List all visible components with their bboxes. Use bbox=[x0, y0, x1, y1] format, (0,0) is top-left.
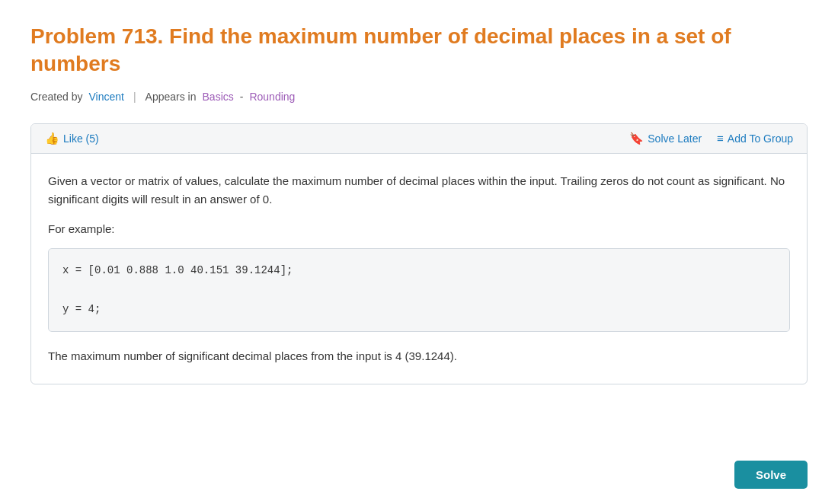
meta-row: Created by Vincent | Appears in Basics -… bbox=[30, 89, 808, 105]
page-container: Problem 713. Find the maximum number of … bbox=[0, 0, 838, 445]
solve-later-label: Solve Later bbox=[648, 132, 702, 145]
like-button[interactable]: 👍 Like (5) bbox=[45, 132, 99, 145]
bookmark-icon: 🔖 bbox=[629, 132, 644, 145]
code-line-3: y = 4; bbox=[62, 300, 776, 319]
appears-in-label: Appears in bbox=[146, 89, 197, 105]
meta-separator: - bbox=[240, 89, 244, 105]
result-text: The maximum number of significant decima… bbox=[48, 347, 790, 365]
problem-title: Problem 713. Find the maximum number of … bbox=[30, 23, 808, 78]
code-line-2 bbox=[62, 280, 776, 299]
like-label: Like (5) bbox=[63, 132, 99, 145]
card-body: Given a vector or matrix of values, calc… bbox=[31, 154, 807, 384]
author-link[interactable]: Vincent bbox=[88, 89, 123, 105]
subcategory-link[interactable]: Rounding bbox=[249, 89, 295, 105]
thumbs-up-icon: 👍 bbox=[45, 132, 59, 145]
for-example-label: For example: bbox=[48, 221, 790, 238]
solve-later-button[interactable]: 🔖 Solve Later bbox=[629, 132, 702, 145]
card-toolbar: 👍 Like (5) 🔖 Solve Later ≡ Add To Group bbox=[31, 124, 807, 154]
code-line-1: x = [0.01 0.888 1.0 40.151 39.1244]; bbox=[62, 261, 776, 280]
solve-button-container: Solve bbox=[734, 461, 808, 489]
created-by-label: Created by bbox=[30, 89, 82, 105]
meta-divider: | bbox=[133, 89, 136, 105]
add-to-group-label: Add To Group bbox=[728, 132, 793, 145]
toolbar-left: 👍 Like (5) bbox=[45, 132, 99, 145]
toolbar-right: 🔖 Solve Later ≡ Add To Group bbox=[629, 132, 793, 145]
description-text: Given a vector or matrix of values, calc… bbox=[48, 172, 790, 209]
add-group-icon: ≡ bbox=[717, 132, 724, 145]
category-link[interactable]: Basics bbox=[203, 89, 234, 105]
code-block: x = [0.01 0.888 1.0 40.151 39.1244]; y =… bbox=[48, 248, 790, 332]
problem-card: 👍 Like (5) 🔖 Solve Later ≡ Add To Group … bbox=[30, 123, 808, 384]
solve-button[interactable]: Solve bbox=[734, 461, 808, 489]
add-to-group-button[interactable]: ≡ Add To Group bbox=[717, 132, 793, 145]
